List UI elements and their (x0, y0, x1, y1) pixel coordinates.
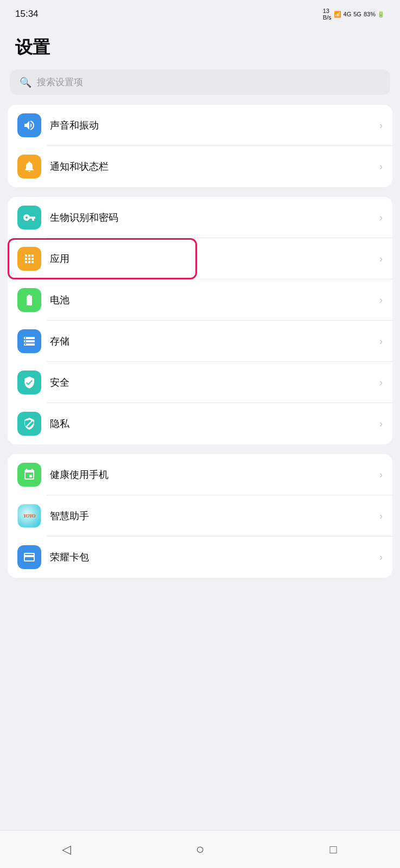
sound-label: 声音和振动 (50, 119, 379, 132)
battery-label: 电池 (50, 293, 379, 307)
status-time: 15:34 (15, 9, 39, 20)
privacy-icon (17, 412, 41, 436)
signal-5g-icon: 5G (353, 11, 361, 17)
privacy-label: 隐私 (50, 417, 379, 430)
yoyo-chevron: › (379, 510, 383, 522)
apps-chevron: › (379, 253, 383, 265)
health-label: 健康使用手机 (50, 468, 379, 481)
wallet-label: 荣耀卡包 (50, 551, 379, 564)
settings-item-battery[interactable]: 电池 › (8, 279, 392, 321)
home-button[interactable]: ○ (183, 839, 216, 860)
recent-button[interactable]: □ (317, 839, 350, 860)
apps-icon (17, 247, 41, 271)
wifi-icon: 📶 (334, 11, 341, 18)
settings-card-1: 声音和振动 › 通知和状态栏 › (8, 105, 392, 187)
sound-icon (17, 113, 41, 137)
settings-card-3: 健康使用手机 › YOYO 智慧助手 › 荣耀卡包 › (8, 454, 392, 578)
battery-chevron: › (379, 295, 383, 306)
wallet-icon (17, 545, 41, 569)
notification-label: 通知和状态栏 (50, 160, 379, 173)
yoyo-text: YOYO (23, 513, 35, 519)
search-bar-container: 🔍 搜索设置项 (0, 69, 400, 105)
storage-icon (17, 329, 41, 353)
settings-item-apps[interactable]: 应用 › (8, 238, 392, 279)
battery-icon: 83% 🔋 (364, 11, 385, 18)
storage-label: 存储 (50, 335, 379, 348)
sound-chevron: › (379, 120, 383, 131)
security-label: 安全 (50, 376, 379, 389)
settings-item-privacy[interactable]: 隐私 › (8, 403, 392, 444)
back-button[interactable]: ◁ (50, 839, 83, 860)
network-speed: 13B/s (323, 8, 332, 21)
health-icon (17, 463, 41, 487)
search-bar[interactable]: 🔍 搜索设置项 (10, 69, 390, 95)
apps-label: 应用 (50, 252, 379, 265)
security-chevron: › (379, 377, 383, 388)
notification-chevron: › (379, 161, 383, 173)
biometric-chevron: › (379, 212, 383, 224)
settings-item-health[interactable]: 健康使用手机 › (8, 454, 392, 495)
biometric-icon (17, 206, 41, 229)
yoyo-label: 智慧助手 (50, 509, 379, 522)
health-chevron: › (379, 469, 383, 481)
battery-setting-icon (17, 288, 41, 312)
security-icon (17, 371, 41, 394)
search-icon: 🔍 (20, 76, 31, 88)
signal-4g-icon: 4G (344, 11, 352, 17)
biometric-label: 生物识别和密码 (50, 211, 379, 224)
privacy-chevron: › (379, 418, 383, 430)
settings-item-wallet[interactable]: 荣耀卡包 › (8, 537, 392, 578)
settings-card-2: 生物识别和密码 › 应用 › 电池 › (8, 197, 392, 444)
settings-item-security[interactable]: 安全 › (8, 362, 392, 403)
settings-item-apps-wrapper: 应用 › (8, 238, 392, 279)
settings-item-notification[interactable]: 通知和状态栏 › (8, 146, 392, 187)
settings-item-storage[interactable]: 存储 › (8, 321, 392, 362)
settings-item-biometric[interactable]: 生物识别和密码 › (8, 197, 392, 238)
status-icons: 13B/s 📶 4G 5G 83% 🔋 (323, 8, 385, 21)
status-bar: 15:34 13B/s 📶 4G 5G 83% 🔋 (0, 0, 400, 26)
search-placeholder: 搜索设置项 (37, 76, 83, 88)
notification-icon (17, 155, 41, 178)
storage-chevron: › (379, 336, 383, 347)
bottom-nav: ◁ ○ □ (0, 830, 400, 868)
wallet-chevron: › (379, 552, 383, 563)
settings-item-yoyo[interactable]: YOYO 智慧助手 › (8, 495, 392, 537)
yoyo-icon: YOYO (17, 504, 41, 528)
page-title: 设置 (0, 26, 400, 69)
settings-item-sound[interactable]: 声音和振动 › (8, 105, 392, 146)
